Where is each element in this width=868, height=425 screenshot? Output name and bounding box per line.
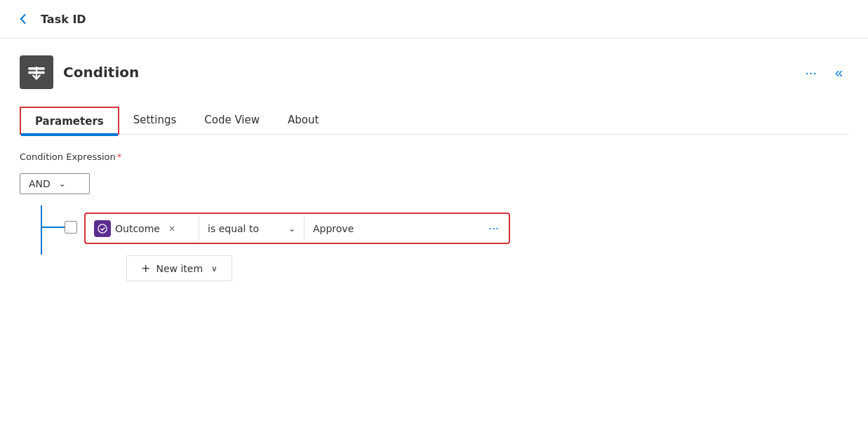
chevron-down-icon: ⌄ (59, 179, 66, 189)
new-item-chevron-icon: ∨ (211, 264, 218, 274)
new-item-button[interactable]: + New item ∨ (126, 255, 232, 281)
value-text: Approve (313, 223, 354, 234)
tab-code-view[interactable]: Code View (190, 107, 274, 133)
row-checkbox[interactable] (65, 221, 77, 234)
tree-horizontal-line (41, 227, 65, 228)
back-button[interactable] (14, 10, 32, 28)
component-actions: ··· « (799, 62, 848, 83)
operator-dropdown[interactable]: is equal to ⌄ (199, 217, 305, 240)
condition-row-border: Outcome × is equal to ⌄ Approve ··· (84, 212, 510, 244)
tab-parameters[interactable]: Parameters (20, 107, 119, 135)
tree-vertical-line (41, 205, 42, 255)
token-close-button[interactable]: × (168, 224, 175, 234)
component-info: Condition (20, 55, 139, 89)
new-item-row: + New item ∨ (126, 255, 510, 281)
operator-label: is equal to (208, 223, 259, 234)
main-content: Condition ··· « Parameters Settings Code… (0, 39, 868, 298)
condition-row: Outcome × is equal to ⌄ Approve ··· (87, 215, 507, 241)
condition-area: Outcome × is equal to ⌄ Approve ··· (34, 205, 848, 281)
and-label: AND (29, 178, 51, 189)
required-indicator: * (117, 151, 122, 162)
outcome-token: Outcome × (87, 216, 199, 241)
page-title: Task ID (41, 13, 86, 26)
condition-row-container: Outcome × is equal to ⌄ Approve ··· (84, 212, 510, 281)
plus-icon: + (141, 262, 150, 275)
tab-about[interactable]: About (274, 107, 333, 133)
section-label: Condition Expression* (20, 151, 848, 162)
header: Task ID (0, 0, 868, 39)
row-more-button[interactable]: ··· (480, 215, 507, 241)
and-dropdown[interactable]: AND ⌄ (20, 173, 90, 194)
component-header: Condition ··· « (20, 55, 848, 89)
more-options-button[interactable]: ··· (799, 62, 822, 83)
value-field[interactable]: Approve (305, 217, 480, 240)
operator-chevron-icon: ⌄ (288, 224, 295, 234)
tab-bar: Parameters Settings Code View About (20, 106, 848, 135)
new-item-label: New item (156, 263, 203, 274)
collapse-button[interactable]: « (829, 62, 848, 83)
outcome-token-icon (94, 220, 111, 237)
component-icon (20, 55, 53, 89)
component-name: Condition (63, 64, 139, 81)
tree-structure (34, 205, 65, 269)
outcome-label: Outcome (115, 223, 160, 234)
tab-settings[interactable]: Settings (119, 107, 191, 133)
